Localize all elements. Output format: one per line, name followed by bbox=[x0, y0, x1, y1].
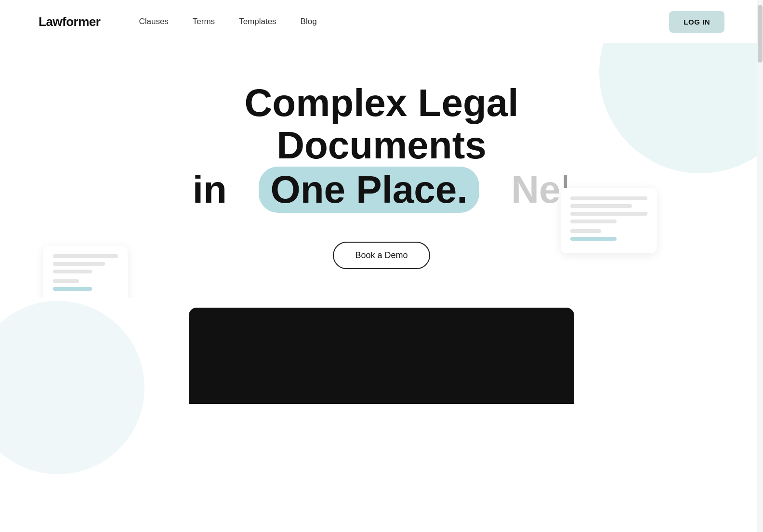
doc-line bbox=[570, 229, 601, 233]
floating-doc-card-left bbox=[43, 246, 128, 298]
doc-line bbox=[53, 270, 92, 273]
nav-blog[interactable]: Blog bbox=[301, 17, 317, 26]
hero-highlight: One Place. bbox=[259, 167, 479, 213]
nav-clauses[interactable]: Clauses bbox=[139, 17, 168, 26]
scrollbar-track bbox=[757, 0, 763, 532]
login-button[interactable]: LOG IN bbox=[669, 11, 724, 33]
doc-line bbox=[53, 254, 118, 258]
book-demo-button[interactable]: Book a Demo bbox=[333, 242, 430, 269]
logo[interactable]: Lawformer bbox=[39, 14, 100, 29]
scrollbar-thumb[interactable] bbox=[758, 5, 763, 63]
doc-line bbox=[570, 196, 647, 200]
doc-line bbox=[53, 279, 79, 283]
nav-terms[interactable]: Terms bbox=[193, 17, 215, 26]
doc-line-accent bbox=[570, 237, 617, 241]
doc-line bbox=[570, 220, 617, 223]
navbar: Lawformer Clauses Terms Templates Blog L… bbox=[0, 0, 763, 43]
nav-links: Clauses Terms Templates Blog bbox=[139, 17, 669, 26]
floating-doc-card-right bbox=[561, 188, 657, 253]
hero-line2-prefix: in bbox=[193, 168, 227, 211]
hero-title: Complex Legal Documents in One Place. Ne… bbox=[165, 82, 598, 213]
hero-section: Complex Legal Documents in One Place. Ne… bbox=[0, 43, 763, 298]
video-section bbox=[0, 298, 763, 404]
hero-line1: Complex Legal Documents bbox=[244, 81, 518, 167]
doc-line bbox=[570, 212, 647, 216]
doc-line bbox=[53, 262, 105, 266]
doc-line-accent bbox=[53, 287, 92, 291]
hero-typing-text: Ne bbox=[511, 168, 560, 211]
nav-templates[interactable]: Templates bbox=[239, 17, 276, 26]
video-placeholder[interactable] bbox=[189, 308, 574, 404]
doc-line bbox=[570, 204, 632, 208]
